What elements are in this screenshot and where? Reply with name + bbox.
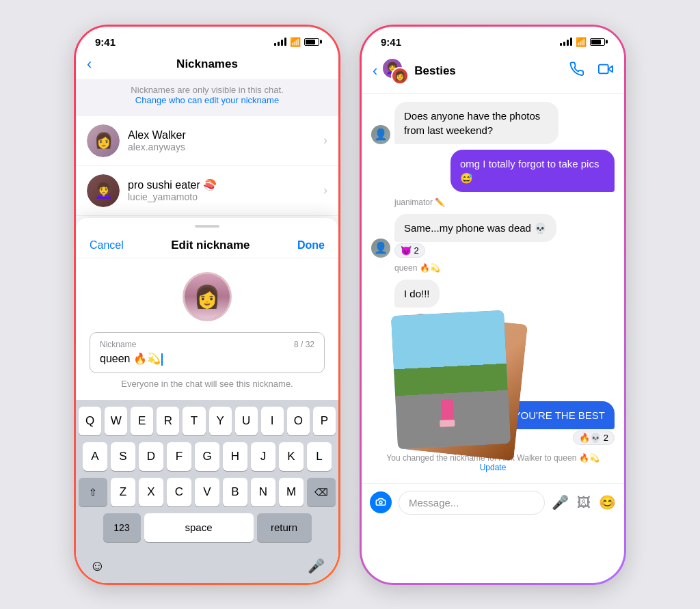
keyboard-row-4: 123 space return xyxy=(79,513,336,542)
key-y[interactable]: Y xyxy=(209,407,232,435)
keyboard-bottom-bar: ☺️ 🎤 xyxy=(76,553,338,583)
battery-icon xyxy=(590,38,605,46)
chat-header: ‹ 👩‍🦱 👩 Besties xyxy=(362,52,624,94)
nicknames-info-link[interactable]: Change who can edit your nickname xyxy=(90,95,325,105)
key-b[interactable]: B xyxy=(223,478,247,506)
sheet-handle xyxy=(195,225,219,228)
user-name: pro sushi eater 🍣 xyxy=(128,178,323,191)
chat-actions xyxy=(569,62,613,80)
key-e[interactable]: E xyxy=(131,407,153,435)
nickname-input-value[interactable]: queen 🔥💫 xyxy=(100,352,314,366)
edit-nickname-sheet: Cancel Edit nickname Done 👩 Nickname 8 /… xyxy=(76,218,338,583)
key-i[interactable]: I xyxy=(261,407,284,435)
done-button[interactable]: Done xyxy=(297,239,325,252)
nicknames-info: Nicknames are only visible in this chat.… xyxy=(76,79,338,116)
key-w[interactable]: W xyxy=(105,407,127,435)
key-c[interactable]: C xyxy=(167,478,191,506)
key-p[interactable]: P xyxy=(313,407,336,435)
back-button[interactable]: ‹ xyxy=(373,62,377,80)
chat-title[interactable]: Besties xyxy=(414,64,569,78)
back-button[interactable]: ‹ xyxy=(87,55,92,73)
num-key[interactable]: 123 xyxy=(103,513,141,542)
nickname-text: Alex Walker alex.anyways xyxy=(128,129,323,152)
key-z[interactable]: Z xyxy=(111,478,135,506)
keyboard-row-2: A S D F G H J K L xyxy=(79,442,336,471)
input-label: Nickname 8 / 32 xyxy=(100,340,314,349)
chevron-right-icon: › xyxy=(323,183,327,198)
key-f[interactable]: F xyxy=(167,442,191,471)
nickname-list: 👩 Alex Walker alex.anyways › 👩‍🦱 pro sus… xyxy=(76,116,338,216)
key-m[interactable]: M xyxy=(279,478,304,506)
update-link[interactable]: Update xyxy=(480,463,507,472)
cancel-button[interactable]: Cancel xyxy=(90,239,124,252)
key-n[interactable]: N xyxy=(251,478,275,506)
user-username: alex.anyways xyxy=(128,141,323,152)
sender-name: juanimator ✏️ xyxy=(394,198,615,207)
chat-messages: 👤 Does anyone have the photos from last … xyxy=(362,94,624,483)
photo-stack xyxy=(394,313,531,396)
svg-point-2 xyxy=(379,501,382,504)
sticker-button[interactable]: 😊 xyxy=(599,494,616,511)
message-row: omg I totally forgot to take pics 😅 xyxy=(371,150,615,192)
avatar: 👩 xyxy=(183,272,232,321)
key-v[interactable]: V xyxy=(195,478,219,506)
video-call-button[interactable] xyxy=(598,62,613,80)
avatar: 👩 xyxy=(87,124,120,157)
microphone-button[interactable]: 🎤 xyxy=(552,494,569,511)
message-input[interactable]: Message... xyxy=(399,491,545,515)
key-d[interactable]: D xyxy=(139,442,163,471)
key-o[interactable]: O xyxy=(287,407,310,435)
key-h[interactable]: H xyxy=(223,442,247,471)
wifi-icon: 📶 xyxy=(576,37,587,47)
page-title: Nicknames xyxy=(176,57,238,71)
nickname-hint: Everyone in the chat will see this nickn… xyxy=(76,379,338,400)
group-avatar: 👩‍🦱 👩 xyxy=(381,57,409,85)
message-bubble: omg I totally forgot to take pics 😅 xyxy=(450,150,615,192)
key-j[interactable]: J xyxy=(251,442,275,471)
key-l[interactable]: L xyxy=(307,442,332,471)
key-q[interactable]: Q xyxy=(79,407,101,435)
key-g[interactable]: G xyxy=(195,442,219,471)
delete-key[interactable]: ⌫ xyxy=(307,478,336,506)
key-x[interactable]: X xyxy=(139,478,163,506)
status-icons-left: 📶 xyxy=(274,37,319,47)
key-k[interactable]: K xyxy=(279,442,304,471)
avatar: 👩‍🦱 xyxy=(87,174,120,207)
emoji-button[interactable]: ☺️ xyxy=(90,557,105,575)
key-t[interactable]: T xyxy=(183,407,205,435)
space-key[interactable]: space xyxy=(144,513,254,542)
key-s[interactable]: S xyxy=(111,442,135,471)
list-item[interactable]: 👩 Alex Walker alex.anyways › xyxy=(76,116,338,166)
message-row: I do!!! xyxy=(371,280,615,308)
key-r[interactable]: R xyxy=(157,407,179,435)
wifi-icon: 📶 xyxy=(290,37,301,47)
photo-front xyxy=(391,310,511,448)
key-a[interactable]: A xyxy=(83,442,107,471)
nickname-input-field[interactable]: Nickname 8 / 32 queen 🔥💫 xyxy=(90,332,325,373)
right-phone: 9:41 📶 ‹ 👩‍🦱 👩 Besties xyxy=(360,25,626,585)
status-icons-right: 📶 xyxy=(560,37,605,47)
user-username: lucie_yamamoto xyxy=(128,191,323,202)
photo-button[interactable]: 🖼 xyxy=(577,495,591,511)
shift-key[interactable]: ⇧ xyxy=(79,478,107,506)
left-phone: 9:41 📶 ‹ Nicknames Nicknames are only vi… xyxy=(74,25,340,585)
microphone-button[interactable]: 🎤 xyxy=(308,558,325,574)
sender-name: queen 🔥💫 xyxy=(394,263,615,273)
reaction: 😈 2 xyxy=(394,243,556,258)
chat-input-bar: Message... 🎤 🖼 😊 xyxy=(362,483,624,522)
keyboard: Q W E R T Y U I O P A S D F G H J K L xyxy=(76,400,338,553)
camera-button[interactable] xyxy=(370,491,392,513)
nickname-text: pro sushi eater 🍣 lucie_yamamoto xyxy=(128,178,323,202)
sheet-title: Edit nickname xyxy=(171,239,250,252)
status-bar-left: 9:41 📶 xyxy=(76,27,338,52)
return-key[interactable]: return xyxy=(257,513,312,542)
call-button[interactable] xyxy=(569,62,584,80)
list-item[interactable]: 👩‍🦱 pro sushi eater 🍣 lucie_yamamoto › xyxy=(76,166,338,216)
message-bubble: I do!!! xyxy=(394,280,440,308)
key-u[interactable]: U xyxy=(235,407,258,435)
status-bar-right: 9:41 📶 xyxy=(362,27,624,52)
chevron-right-icon: › xyxy=(323,133,327,148)
user-name: Alex Walker xyxy=(128,129,323,141)
message-bubble: Does anyone have the photos from last we… xyxy=(394,102,558,144)
keyboard-row-3: ⇧ Z X C V B N M ⌫ xyxy=(79,478,336,506)
